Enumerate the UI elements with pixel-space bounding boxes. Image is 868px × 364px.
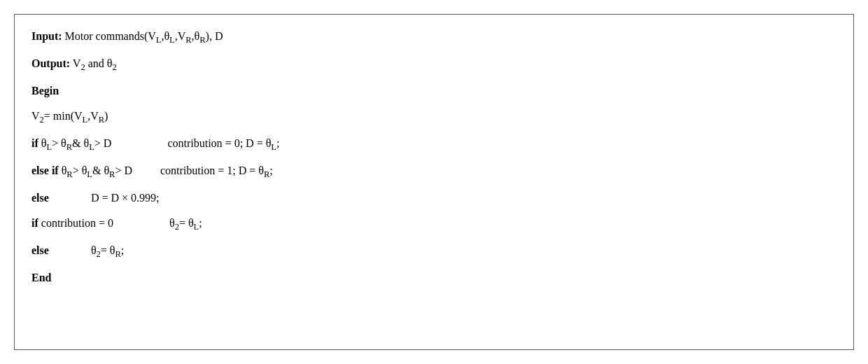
else1-line: else D = D × 0.999; [31,189,836,207]
else2-line: else θ2= θR; [31,241,836,262]
output-line: Output: V2 and θ2 [31,55,836,75]
end-line: End [31,269,836,287]
output-content: V2 and θ2 [70,55,117,75]
input-line: Input: Motor commands(VL,θL,VR,θR), D [31,27,836,48]
elseif-keyword: else if [31,162,59,180]
else1-keyword: else [31,189,49,207]
if2-line: if contribution = 0 θ2= θL; [31,214,836,234]
else2-keyword: else [31,241,49,260]
output-label: Output: [31,55,70,73]
if1-line: if θL> θR& θL> D contribution = 0; D = θ… [31,134,836,155]
v2-assignment: V2= min(VL,VR) [31,107,108,127]
else2-body: θ2= θR; [91,241,124,262]
end-label: End [31,269,51,287]
if1-body: contribution = 0; D = θL; [167,134,279,155]
if2-body: θ2= θL; [169,214,202,234]
if1-keyword: if [31,134,38,153]
v2-assignment-line: V2= min(VL,VR) [31,107,836,127]
if2-condition: contribution = 0 [38,214,113,232]
begin-line: Begin [31,82,836,100]
if2-keyword: if [31,214,38,232]
elseif-condition: θR> θL& θR> D [59,162,132,182]
if1-condition: θL> θR& θL> D [38,134,112,155]
elseif-line: else if θR> θL& θR> D contribution = 1; … [31,162,836,182]
input-content: Motor commands(VL,θL,VR,θR), D [62,27,223,48]
elseif-body: contribution = 1; D = θR; [160,162,273,182]
input-label: Input: [31,27,62,46]
else1-body: D = D × 0.999; [91,189,160,207]
algorithm-box: Input: Motor commands(VL,θL,VR,θR), D Ou… [14,14,854,350]
begin-label: Begin [31,82,59,100]
